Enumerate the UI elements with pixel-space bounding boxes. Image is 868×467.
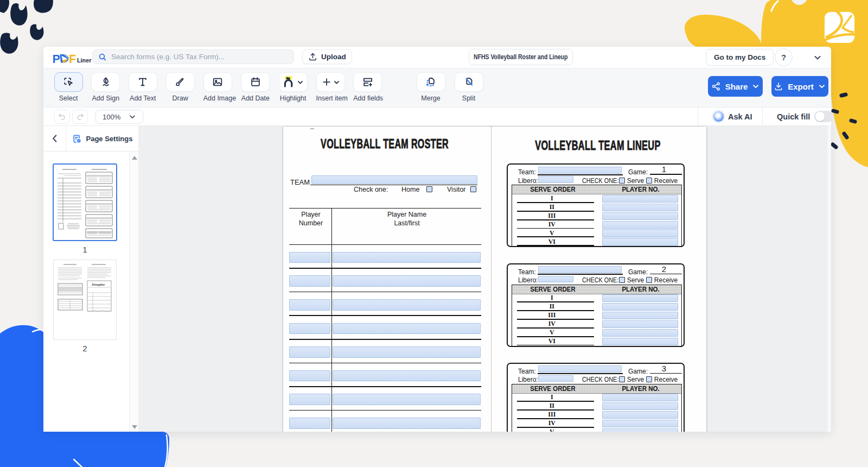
roster-row-line xyxy=(289,339,481,340)
split-icon xyxy=(463,76,475,88)
svg-text:F: F xyxy=(69,53,76,66)
tool-add-text[interactable]: Add Text xyxy=(129,72,157,102)
lineup-receive-checkbox[interactable] xyxy=(646,376,652,382)
lineup-serve-checkbox[interactable] xyxy=(619,376,625,382)
player-no-field[interactable] xyxy=(602,229,678,237)
player-no-field[interactable] xyxy=(602,402,678,410)
scroll-down-icon xyxy=(132,425,137,429)
serve-order-header: SERVE ORDER xyxy=(530,286,576,293)
share-button[interactable]: Share xyxy=(708,76,763,97)
upload-button[interactable]: Upload xyxy=(302,49,352,64)
zoom-select[interactable]: 100% xyxy=(95,110,143,124)
document-title[interactable]: NFHS Volleyball Roster and Lineup xyxy=(469,49,573,65)
roster-visitor-checkbox[interactable] xyxy=(470,186,476,192)
app-header: P F Liner Search forms (e.g. US Tax Form… xyxy=(43,47,831,68)
lineup-team-field[interactable] xyxy=(538,167,622,174)
tool-add-fields[interactable]: Add fields xyxy=(353,72,382,102)
roster-name-field[interactable] xyxy=(333,252,481,263)
lineup-libero-field[interactable] xyxy=(538,375,573,382)
tool-select[interactable]: Select xyxy=(54,72,83,102)
tool-highlight[interactable]: Highlight xyxy=(279,72,308,102)
ask-ai-button[interactable]: Ask AI xyxy=(713,108,752,125)
roster-number-field[interactable] xyxy=(289,394,330,405)
go-to-my-docs-button[interactable]: Go to my Docs xyxy=(706,49,774,66)
player-no-field[interactable] xyxy=(602,212,678,220)
player-no-field[interactable] xyxy=(602,312,678,319)
roster-name-field[interactable] xyxy=(333,275,481,287)
export-button[interactable]: Export xyxy=(771,76,828,97)
add-date-icon xyxy=(250,76,261,88)
roster-name-field[interactable] xyxy=(333,394,481,405)
lineup-game-box-1: Team: Game: 1 Libero: CHECK ONE: Serve R… xyxy=(507,163,685,247)
lineup-game-label: Game: xyxy=(628,168,648,176)
lineup-game-box-2: Team: Game: 2 Libero: CHECK ONE: Serve R… xyxy=(507,263,685,347)
document-canvas: VOLLEYBALL TEAM ROSTER TEAM Check one: H… xyxy=(138,126,831,432)
tool-insert-item[interactable]: Insert item xyxy=(316,72,345,102)
player-no-field[interactable] xyxy=(602,420,678,427)
redo-button[interactable] xyxy=(72,110,88,124)
roster-name-field[interactable] xyxy=(333,299,481,311)
quick-fill-toggle[interactable] xyxy=(814,111,833,122)
roster-number-field[interactable] xyxy=(289,346,330,358)
player-no-field[interactable] xyxy=(602,329,678,337)
lineup-team-field[interactable] xyxy=(538,266,622,273)
player-no-field[interactable] xyxy=(602,294,678,302)
collapse-sidebar-button[interactable] xyxy=(50,134,60,146)
help-button[interactable]: ? xyxy=(775,48,793,66)
player-no-field[interactable] xyxy=(602,411,678,419)
roster-row-line xyxy=(289,386,481,387)
lineup-serve-checkbox[interactable] xyxy=(619,277,625,283)
roster-name-field[interactable] xyxy=(333,370,481,382)
tool-add-date[interactable]: Add Date xyxy=(241,72,270,102)
tool-merge[interactable]: Merge xyxy=(417,72,445,102)
player-no-field[interactable] xyxy=(602,394,678,401)
player-no-field[interactable] xyxy=(602,195,678,203)
page-settings-button[interactable]: Page Settings xyxy=(66,126,138,152)
roster-name-field[interactable] xyxy=(333,346,481,358)
sidebar-scrollbar[interactable] xyxy=(129,152,138,432)
lineup-receive-label: Receive xyxy=(654,376,678,383)
lineup-team-field[interactable] xyxy=(538,365,622,373)
pdfliner-logo[interactable]: P F Liner xyxy=(53,51,97,66)
canvas-scrollbar[interactable] xyxy=(827,126,831,432)
roster-number-field[interactable] xyxy=(289,323,330,335)
tool-add-image[interactable]: Add Image xyxy=(203,72,232,102)
export-icon xyxy=(774,81,783,91)
tool-draw[interactable]: Draw xyxy=(166,72,195,102)
roster-number-field[interactable] xyxy=(289,418,330,429)
add-sign-icon xyxy=(100,76,112,88)
lineup-libero-field[interactable] xyxy=(538,276,573,283)
roster-row-line xyxy=(289,363,481,364)
page-thumbnail-1[interactable] xyxy=(54,165,116,240)
lineup-serve-checkbox[interactable] xyxy=(619,178,625,184)
player-no-field[interactable] xyxy=(602,221,678,229)
roster-number-field[interactable] xyxy=(289,275,330,287)
crop-mark xyxy=(310,128,314,129)
tool-split[interactable]: Split xyxy=(455,72,483,102)
player-no-field[interactable] xyxy=(602,320,678,328)
page-thumbnail-2[interactable]: Douglas xyxy=(54,260,116,339)
roster-name-field[interactable] xyxy=(333,323,481,335)
lineup-game-number: 2 xyxy=(662,264,666,274)
pdf-page[interactable]: VOLLEYBALL TEAM ROSTER TEAM Check one: H… xyxy=(283,127,706,432)
undo-icon xyxy=(58,112,66,121)
tool-add-sign[interactable]: Add Sign xyxy=(91,72,120,102)
player-no-field[interactable] xyxy=(602,428,678,432)
player-no-field[interactable] xyxy=(602,238,678,245)
roster-home-checkbox[interactable] xyxy=(426,186,432,192)
roster-number-field[interactable] xyxy=(289,299,330,311)
undo-button[interactable] xyxy=(54,110,70,124)
roster-name-field[interactable] xyxy=(333,418,481,429)
player-no-field[interactable] xyxy=(602,338,678,345)
lineup-receive-checkbox[interactable] xyxy=(646,277,652,283)
lineup-libero-field[interactable] xyxy=(538,176,573,183)
player-no-field[interactable] xyxy=(602,303,678,311)
workspace: Page Settings xyxy=(43,126,831,432)
roster-team-field[interactable] xyxy=(311,175,477,184)
player-no-field[interactable] xyxy=(602,204,678,211)
lineup-receive-checkbox[interactable] xyxy=(646,178,652,184)
roster-number-field[interactable] xyxy=(289,252,330,263)
header-chevron-button[interactable] xyxy=(813,53,822,64)
search-input[interactable]: Search forms (e.g. US Tax Form)... xyxy=(92,49,294,64)
roster-number-field[interactable] xyxy=(289,370,330,382)
